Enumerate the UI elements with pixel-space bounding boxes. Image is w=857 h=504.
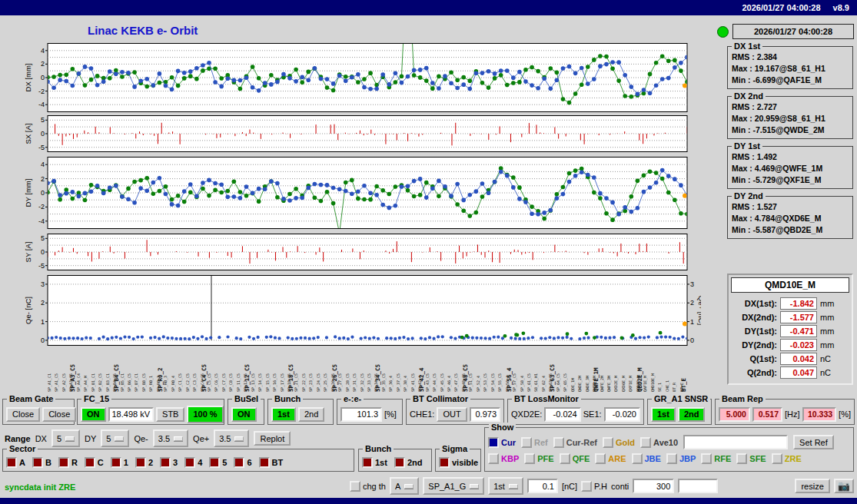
show-checkbox-indicator[interactable]	[640, 437, 651, 448]
svg-text:4: 4	[41, 47, 45, 55]
show-checkbox-indicator[interactable]	[603, 437, 613, 448]
optionmenu-indicator	[470, 484, 479, 489]
show-checkbox-indicator[interactable]	[488, 453, 499, 464]
sector-checkbox-b[interactable]: B	[32, 457, 51, 468]
chg-th-checkbox[interactable]: chg th	[350, 481, 386, 492]
bpm-label: SP_A2_C5	[62, 347, 66, 392]
busel-on-button[interactable]: ON	[231, 407, 257, 422]
gr-a1-2nd-button[interactable]: 2nd	[678, 407, 706, 422]
fc15-on-button[interactable]: ON	[81, 407, 106, 422]
show-checkbox-indicator[interactable]	[701, 453, 712, 464]
show-checkbox-kbp[interactable]: KBP	[488, 453, 519, 464]
svg-text:0: 0	[41, 74, 45, 81]
show-checkbox-jbp[interactable]: JBP	[666, 453, 696, 464]
bunch-checkbox-2nd[interactable]: 2nd	[394, 457, 423, 468]
sector-checkbox-indicator[interactable]	[6, 457, 17, 468]
svg-text:0: 0	[41, 189, 45, 197]
sector-checkbox-indicator[interactable]	[32, 457, 43, 468]
sector-checkbox-indicator[interactable]	[184, 457, 195, 468]
show-checkbox-jbe[interactable]: JBE	[632, 453, 661, 464]
monitor-row-value: 0.042	[780, 353, 817, 365]
show-checkbox-indicator[interactable]	[666, 453, 677, 464]
show-checkbox-indicator[interactable]	[524, 453, 535, 464]
sector-checkbox-indicator[interactable]	[85, 457, 95, 468]
bunch-checkbox-indicator[interactable]	[362, 457, 373, 468]
bunch-checkbox-1st[interactable]: 1st	[362, 457, 387, 468]
show-checkbox-ave10[interactable]: Ave10	[640, 437, 678, 448]
show-checkbox-indicator[interactable]	[560, 453, 570, 464]
ph-checkbox[interactable]: P.H	[581, 481, 607, 492]
sigma-checkbox-indicator[interactable]	[439, 457, 450, 468]
ee-ratio-unit: [%]	[384, 410, 397, 419]
sector-checkbox-bt[interactable]: BT	[259, 457, 284, 468]
dx-range-select[interactable]: 5	[51, 429, 80, 447]
sector-checkbox-5[interactable]: 5	[209, 457, 227, 468]
bunch-1st-button[interactable]: 1st	[271, 407, 296, 422]
sector-checkbox-r[interactable]: R	[58, 457, 78, 468]
bunch-order-select[interactable]: 1st	[488, 477, 523, 495]
sector-checkbox-3[interactable]: 3	[160, 457, 178, 468]
camera-snapshot-button[interactable]: 📷	[834, 479, 854, 493]
bunch-2nd-button[interactable]: 2nd	[298, 407, 324, 422]
show-checkbox-indicator[interactable]	[521, 437, 532, 448]
conti-label: conti	[611, 482, 629, 491]
show-checkbox-cur-ref[interactable]: Cur-Ref	[553, 437, 597, 448]
conti-count-value[interactable]: 300	[633, 479, 674, 493]
show-checkbox-indicator[interactable]	[553, 437, 564, 448]
sector-checkbox-indicator[interactable]	[160, 457, 171, 468]
ref-name-input[interactable]	[683, 435, 788, 449]
sector-checkbox-a[interactable]: A	[6, 457, 25, 468]
spare-input[interactable]	[678, 479, 718, 493]
show-checkbox-indicator[interactable]	[595, 453, 606, 464]
show-checkbox-indicator[interactable]	[632, 453, 643, 464]
show-checkbox-gold[interactable]: Gold	[603, 437, 635, 448]
qep-range-select[interactable]: 3.5	[214, 429, 249, 447]
qem-range-select[interactable]: 3.5	[153, 429, 188, 447]
threshold-value[interactable]: 0.1	[527, 479, 558, 493]
set-ref-button[interactable]: Set Ref	[793, 435, 834, 449]
sector-checkbox-indicator[interactable]	[259, 457, 270, 468]
bunch-checkbox-indicator[interactable]	[394, 457, 405, 468]
gr-a1-1st-button[interactable]: 1st	[651, 407, 676, 422]
sector-checkbox-indicator[interactable]	[135, 457, 146, 468]
sigma-checkbox-visible[interactable]: visible	[439, 457, 478, 468]
svg-text:DY [mm]: DY [mm]	[24, 179, 32, 207]
show-checkbox-qfe[interactable]: QFE	[560, 453, 590, 464]
show-checkbox-indicator[interactable]	[488, 437, 499, 448]
show-checkbox-indicator[interactable]	[772, 453, 782, 464]
show-checkbox-ref[interactable]: Ref	[521, 437, 548, 448]
show-checkbox-rfe[interactable]: RFE	[701, 453, 731, 464]
sector-checkbox-indicator[interactable]	[58, 457, 69, 468]
sector-checkbox-2[interactable]: 2	[135, 457, 153, 468]
bpm-select[interactable]: SP_A1_G	[423, 477, 484, 495]
bunch-checkboxes: 1st2nd	[362, 457, 422, 468]
show-checkbox-cur[interactable]: Cur	[488, 437, 516, 448]
sector-checkbox-1[interactable]: 1	[111, 457, 128, 468]
ph-indicator[interactable]	[581, 481, 592, 492]
show-checkbox-are[interactable]: ARE	[595, 453, 626, 464]
show-checkbox-label: Ave10	[653, 438, 678, 447]
beam-gate-close-button-2[interactable]: Close	[42, 407, 76, 422]
bunch-title: Bunch	[272, 394, 303, 403]
sector-select[interactable]: A	[390, 477, 419, 495]
replot-button[interactable]: Replot	[254, 431, 291, 446]
stat-group-dx-1st: DX 1stRMS : 2.384Max : 19.167@S8_61_H1Mi…	[727, 46, 853, 89]
sector-checkbox-4[interactable]: 4	[184, 457, 202, 468]
show-checkbox-sfe[interactable]: SFE	[736, 453, 766, 464]
show-checkbox-indicator[interactable]	[736, 453, 747, 464]
sector-checkbox-indicator[interactable]	[209, 457, 220, 468]
sector-checkbox-label: 4	[198, 458, 202, 467]
dy-range-select[interactable]: 5	[101, 429, 129, 447]
beam-gate-close-button-1[interactable]: Close	[6, 407, 40, 422]
stat-group-dy-1st: DY 1stRMS : 1.492Max : 4.469@QWFE_1MMin …	[727, 146, 853, 189]
sector-checkbox-c[interactable]: C	[85, 457, 104, 468]
sector-checkbox-6[interactable]: 6	[234, 457, 251, 468]
sector-checkbox-indicator[interactable]	[111, 457, 121, 468]
che1-state-button[interactable]: OUT	[437, 407, 467, 422]
show-checkbox-zre[interactable]: ZRE	[772, 453, 802, 464]
show-checkbox-pfe[interactable]: PFE	[524, 453, 553, 464]
chg-th-indicator[interactable]	[350, 481, 360, 492]
fc15-stb-button[interactable]: STB	[156, 407, 184, 422]
sector-checkbox-indicator[interactable]	[234, 457, 244, 468]
resize-button[interactable]: resize	[795, 479, 829, 493]
